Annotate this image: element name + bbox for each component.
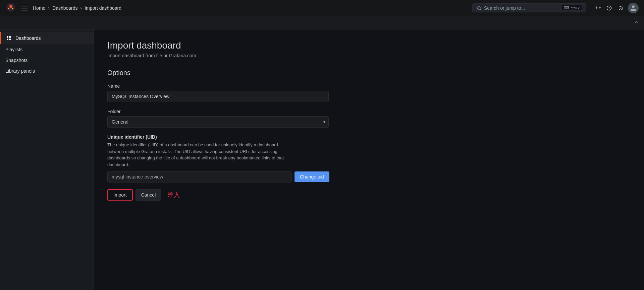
sidebar-item-dashboards[interactable]: Dashboards bbox=[0, 32, 94, 44]
svg-rect-9 bbox=[9, 39, 11, 40]
collapse-button[interactable] bbox=[634, 20, 639, 25]
name-field-group: Name bbox=[107, 83, 631, 102]
uid-section: Unique identifier (UID) The unique ident… bbox=[107, 134, 631, 183]
subheader bbox=[0, 16, 644, 29]
svg-point-3 bbox=[477, 6, 480, 9]
breadcrumb-sep-1: › bbox=[48, 5, 50, 11]
name-label: Name bbox=[107, 83, 631, 89]
name-input[interactable] bbox=[107, 91, 329, 102]
folder-field-group: Folder General Default Custom ▾ bbox=[107, 109, 631, 128]
breadcrumb-dashboards[interactable]: Dashboards bbox=[52, 5, 78, 11]
import-button[interactable]: Import bbox=[107, 189, 133, 201]
shortcut-text: ctrl+k bbox=[571, 6, 580, 10]
dashboards-icon bbox=[6, 35, 11, 41]
sidebar-library-panels-label: Library panels bbox=[5, 68, 35, 74]
help-icon bbox=[606, 5, 612, 11]
sidebar-playlists-label: Playlists bbox=[5, 47, 22, 52]
svg-point-2 bbox=[8, 8, 9, 9]
topnav-actions: ＋ ▾ bbox=[592, 3, 639, 13]
main-layout: Dashboards Playlists Snapshots Library p… bbox=[0, 29, 644, 290]
news-button[interactable] bbox=[616, 3, 627, 13]
search-bar[interactable]: Search or jump to... ⌨ ctrl+k bbox=[472, 3, 586, 12]
folder-select[interactable]: General Default Custom bbox=[107, 116, 329, 128]
uid-input-row: Change uid bbox=[107, 171, 631, 183]
breadcrumb-sep-2: › bbox=[80, 5, 82, 11]
avatar-icon bbox=[630, 5, 637, 11]
breadcrumb-current: Import dashboard bbox=[85, 5, 121, 11]
user-avatar[interactable] bbox=[628, 3, 639, 13]
main-content: Import dashboard Import dashboard from f… bbox=[94, 29, 644, 290]
page-title: Import dashboard bbox=[107, 40, 631, 51]
svg-point-5 bbox=[620, 9, 620, 10]
svg-rect-8 bbox=[7, 39, 8, 40]
top-navigation: Home › Dashboards › Import dashboard Sea… bbox=[0, 0, 644, 16]
help-button[interactable] bbox=[604, 3, 614, 13]
sidebar-item-library-panels[interactable]: Library panels bbox=[0, 66, 94, 76]
keyboard-shortcut: ⌨ ctrl+k bbox=[561, 5, 582, 11]
plus-icon: ＋ bbox=[594, 4, 599, 11]
search-icon bbox=[477, 6, 481, 10]
sidebar-dashboards-label: Dashboards bbox=[15, 35, 41, 41]
cancel-button[interactable]: Cancel bbox=[136, 189, 162, 201]
folder-label: Folder bbox=[107, 109, 631, 114]
chinese-label: 导入 bbox=[167, 191, 180, 200]
chevron-up-icon bbox=[634, 20, 639, 24]
grid-icon bbox=[5, 35, 12, 42]
search-placeholder: Search or jump to... bbox=[484, 5, 525, 11]
grafana-logo[interactable] bbox=[5, 2, 16, 14]
sidebar-snapshots-label: Snapshots bbox=[5, 58, 28, 63]
sidebar: Dashboards Playlists Snapshots Library p… bbox=[0, 29, 94, 290]
keyboard-icon: ⌨ bbox=[564, 6, 569, 10]
uid-label: Unique identifier (UID) bbox=[107, 134, 631, 140]
rss-icon bbox=[619, 5, 624, 11]
chevron-down-icon: ▾ bbox=[599, 6, 601, 10]
hamburger-menu[interactable] bbox=[20, 4, 29, 12]
sidebar-item-snapshots[interactable]: Snapshots bbox=[0, 55, 94, 66]
svg-rect-6 bbox=[7, 36, 8, 38]
change-uid-button[interactable]: Change uid bbox=[294, 171, 329, 182]
actions-row: Import Cancel 导入 bbox=[107, 189, 631, 201]
uid-input[interactable] bbox=[107, 171, 292, 183]
breadcrumb-home[interactable]: Home bbox=[33, 5, 45, 11]
page-subtitle: Import dashboard from file or Grafana.co… bbox=[107, 53, 631, 58]
add-button[interactable]: ＋ ▾ bbox=[592, 3, 602, 13]
folder-select-wrapper: General Default Custom ▾ bbox=[107, 116, 329, 128]
sidebar-item-playlists[interactable]: Playlists bbox=[0, 44, 94, 55]
svg-rect-7 bbox=[9, 36, 11, 38]
uid-description: The unique identifier (UID) of a dashboa… bbox=[107, 142, 292, 168]
options-section-title: Options bbox=[107, 69, 631, 77]
svg-point-1 bbox=[12, 8, 13, 9]
breadcrumb: Home › Dashboards › Import dashboard bbox=[33, 5, 121, 11]
